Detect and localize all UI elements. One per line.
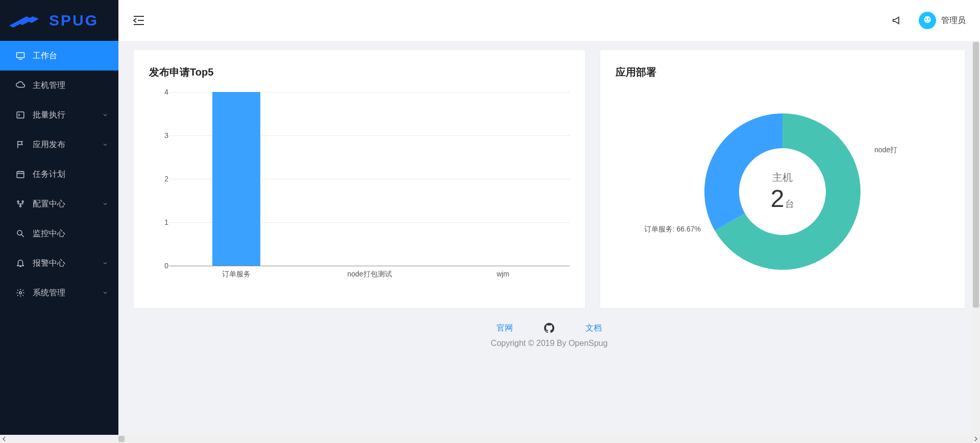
svg-rect-3	[17, 53, 24, 58]
svg-point-23	[925, 18, 927, 20]
svg-line-15	[21, 235, 24, 237]
gear-icon	[15, 288, 26, 297]
github-icon[interactable]	[544, 322, 555, 334]
svg-point-13	[20, 205, 21, 207]
sidebar-item-label: 应用发布	[33, 139, 102, 150]
sidebar-item-alarm[interactable]: 报警中心	[0, 248, 118, 278]
svg-point-14	[17, 230, 22, 235]
monitor-icon	[15, 51, 26, 60]
sidebar-item-monitor[interactable]: 监控中心	[0, 219, 118, 248]
card-title: 发布申请Top5	[149, 65, 570, 79]
cloud-server-icon	[15, 81, 26, 90]
bar	[212, 92, 260, 266]
deploy-icon	[15, 199, 26, 208]
x-axis-label: wjm	[436, 266, 570, 281]
scroll-right-arrow[interactable]	[972, 435, 980, 443]
sidebar-item-config[interactable]: 配置中心	[0, 189, 118, 219]
brand-logo[interactable]: SPUG	[0, 0, 118, 41]
sidebar-item-label: 报警中心	[33, 258, 102, 269]
scrollbar-thumb[interactable]	[973, 42, 979, 308]
sidebar-item-label: 配置中心	[33, 199, 102, 209]
horizontal-scrollbar[interactable]	[0, 435, 980, 443]
sidebar-item-schedule[interactable]: 任务计划	[0, 159, 118, 189]
x-axis-label: node打包测试	[303, 266, 436, 281]
bar-chart: 01234 订单服务node打包测试wjm	[169, 92, 570, 281]
content: 发布申请Top5 01234 订单服务node打包测试wjm 应用部署 主机	[118, 41, 980, 443]
sidebar-item-label: 批量执行	[33, 110, 102, 121]
bell-icon	[15, 259, 26, 268]
sidebar-item-system[interactable]: 系统管理	[0, 278, 118, 308]
sidebar: SPUG 工作台 主机管理 批量执行	[0, 0, 118, 443]
y-axis-tick: 2	[154, 175, 168, 183]
donut-label-right: node打	[874, 146, 897, 155]
chevron-down-icon	[102, 260, 108, 266]
main-area: 管理员 发布申请Top5 01234 订单服务node打包测试wjm 应用部署	[118, 0, 980, 443]
footer-link-docs[interactable]: 文档	[585, 323, 602, 334]
brand-name: SPUG	[49, 12, 99, 29]
vertical-scrollbar[interactable]	[972, 41, 980, 435]
announcement-icon[interactable]	[891, 14, 903, 27]
y-axis-tick: 1	[154, 218, 168, 226]
chevron-down-icon	[102, 290, 108, 296]
donut-center-unit: 台	[785, 198, 794, 210]
sidebar-item-label: 监控中心	[33, 228, 108, 239]
card-title: 应用部署	[616, 65, 949, 79]
donut-center-label: 主机	[771, 171, 795, 184]
card-app-deploy: 应用部署 主机 2 台 node打 订单服务: 66.67%	[600, 50, 965, 308]
terminal-icon	[15, 110, 26, 120]
scrollbar-track[interactable]	[8, 435, 972, 443]
svg-point-17	[19, 292, 22, 294]
sidebar-item-label: 主机管理	[33, 80, 108, 91]
svg-rect-5	[17, 112, 24, 118]
y-axis-tick: 4	[154, 88, 168, 96]
sidebar-item-hosts[interactable]: 主机管理	[0, 71, 118, 100]
scrollbar-thumb[interactable]	[118, 436, 125, 442]
sidebar-item-app-deploy[interactable]: 应用发布	[0, 130, 118, 159]
chevron-down-icon	[102, 201, 108, 207]
chevron-down-icon	[102, 112, 108, 118]
calendar-icon	[15, 170, 26, 179]
page-footer: 官网 文档 Copyright © 2019 By OpenSpug	[134, 308, 965, 353]
sidebar-item-label: 任务计划	[33, 169, 108, 180]
donut-center: 主机 2 台	[771, 171, 795, 213]
svg-point-11	[17, 201, 19, 202]
search-icon	[15, 229, 26, 238]
donut-label-left: 订单服务: 66.67%	[644, 225, 701, 234]
svg-point-24	[928, 18, 929, 20]
x-axis-label: 订单服务	[169, 266, 303, 281]
sidebar-item-batch-exec[interactable]: 批量执行	[0, 100, 118, 130]
svg-rect-25	[925, 16, 929, 17]
y-axis-tick: 3	[154, 131, 168, 139]
collapse-sidebar-button[interactable]	[133, 14, 145, 27]
svg-rect-7	[17, 172, 24, 178]
sidebar-item-label: 工作台	[33, 51, 108, 61]
sidebar-menu: 工作台 主机管理 批量执行 应用发布	[0, 41, 118, 308]
scroll-left-arrow[interactable]	[0, 435, 8, 443]
chevron-down-icon	[102, 142, 108, 148]
card-release-top5: 发布申请Top5 01234 订单服务node打包测试wjm	[134, 50, 585, 308]
user-name[interactable]: 管理员	[941, 15, 966, 26]
flag-icon	[15, 140, 26, 149]
y-axis-tick: 0	[154, 262, 168, 270]
brand-logo-icon	[9, 12, 40, 29]
svg-point-12	[22, 201, 23, 202]
footer-link-home[interactable]: 官网	[497, 323, 513, 334]
sidebar-item-dashboard[interactable]: 工作台	[0, 41, 118, 71]
donut-center-value: 2	[771, 184, 785, 213]
donut-chart: 主机 2 台 node打 订单服务: 66.67%	[616, 89, 949, 294]
top-header: 管理员	[118, 0, 980, 41]
user-avatar[interactable]	[919, 12, 936, 29]
footer-copyright: Copyright © 2019 By OpenSpug	[134, 339, 965, 348]
sidebar-item-label: 系统管理	[33, 288, 102, 298]
